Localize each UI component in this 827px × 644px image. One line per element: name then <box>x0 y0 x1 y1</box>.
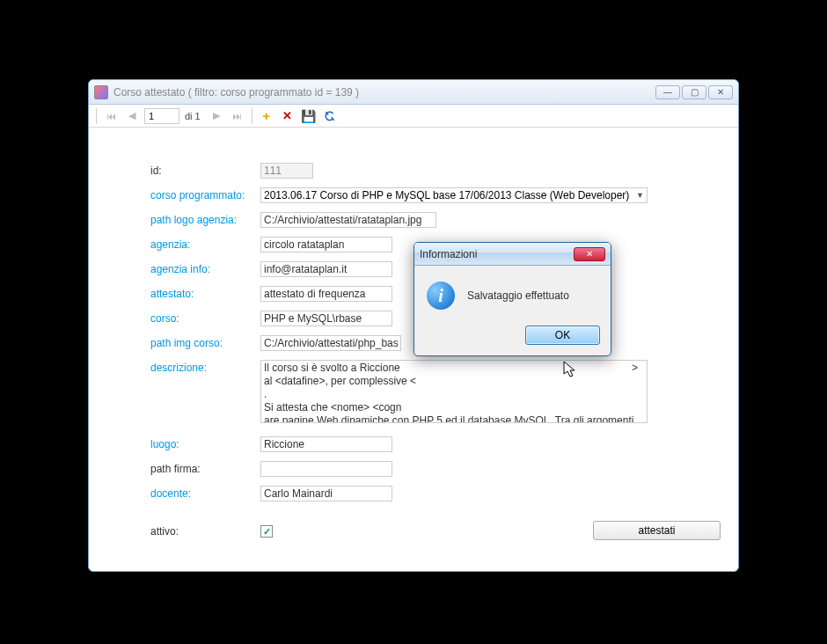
minimize-button[interactable]: — <box>655 85 680 99</box>
label-attestato: attestato: <box>150 286 260 300</box>
nav-last-icon[interactable]: ⏭ <box>229 107 246 125</box>
label-path-logo: path logo agenzia: <box>150 212 260 226</box>
maximize-button[interactable]: ▢ <box>682 85 706 99</box>
nav-next-icon[interactable]: ▶ <box>208 107 225 125</box>
app-icon <box>94 85 108 99</box>
label-attivo: attivo: <box>150 523 260 538</box>
label-id: id: <box>150 163 260 177</box>
luogo-field[interactable] <box>260 436 392 452</box>
label-path-img-corso: path img corso: <box>150 335 260 349</box>
path-logo-field[interactable] <box>260 212 436 228</box>
attivo-checkbox[interactable]: ✓ <box>260 525 273 538</box>
corso-field[interactable] <box>260 311 392 326</box>
label-agenzia-info: agenzia info: <box>150 261 260 275</box>
attestati-button[interactable]: attestati <box>593 521 721 540</box>
nav-of-label: di 1 <box>185 111 201 121</box>
dialog-close-button[interactable]: ✕ <box>574 247 605 261</box>
path-firma-field[interactable] <box>260 461 392 477</box>
label-path-firma: path firma: <box>150 461 260 475</box>
dialog-titlebar: Informazioni ✕ <box>414 243 611 266</box>
label-agenzia: agenzia: <box>150 237 260 251</box>
info-icon: i <box>427 282 455 310</box>
nav-position-input[interactable] <box>144 108 179 124</box>
agenzia-info-field[interactable] <box>260 261 392 277</box>
delete-icon[interactable]: ✕ <box>279 107 296 125</box>
ok-button[interactable]: OK <box>525 326 600 345</box>
add-icon[interactable]: + <box>258 107 275 125</box>
corso-programmato-select[interactable]: 2013.06.17 Corso di PHP e MySQL base 17/… <box>260 187 648 203</box>
attestato-field[interactable] <box>260 286 392 302</box>
label-descrizione: descrizione: <box>150 360 260 374</box>
nav-first-icon[interactable]: ⏮ <box>102 107 120 125</box>
label-docente: docente: <box>150 486 260 500</box>
titlebar: Corso attestato ( filtro: corso programm… <box>89 80 738 105</box>
info-dialog: Informazioni ✕ i Salvataggio effettuato … <box>414 242 611 356</box>
label-luogo: luogo: <box>150 436 260 450</box>
binding-navigator: ⏮ ◀ di 1 ▶ ⏭ + ✕ 💾 <box>89 105 738 128</box>
window-title: Corso attestato ( filtro: corso programm… <box>113 86 655 99</box>
chevron-down-icon: ▼ <box>636 191 644 200</box>
dialog-title: Informazioni <box>420 248 574 260</box>
refresh-icon[interactable] <box>321 107 339 125</box>
path-img-corso-field[interactable] <box>260 335 401 351</box>
nav-prev-icon[interactable]: ◀ <box>123 107 141 125</box>
agenzia-field[interactable] <box>260 237 392 252</box>
check-icon: ✓ <box>263 526 271 538</box>
dialog-message: Salvataggio effettuato <box>467 289 569 302</box>
descrizione-field[interactable] <box>260 360 648 423</box>
label-corso: corso: <box>150 311 260 325</box>
docente-field[interactable] <box>260 486 392 501</box>
label-corso-programmato: corso programmato: <box>150 187 260 201</box>
window-close-button[interactable]: ✕ <box>708 85 733 99</box>
id-field <box>260 163 313 179</box>
save-icon[interactable]: 💾 <box>300 107 318 125</box>
corso-programmato-value: 2013.06.17 Corso di PHP e MySQL base 17/… <box>264 189 629 201</box>
